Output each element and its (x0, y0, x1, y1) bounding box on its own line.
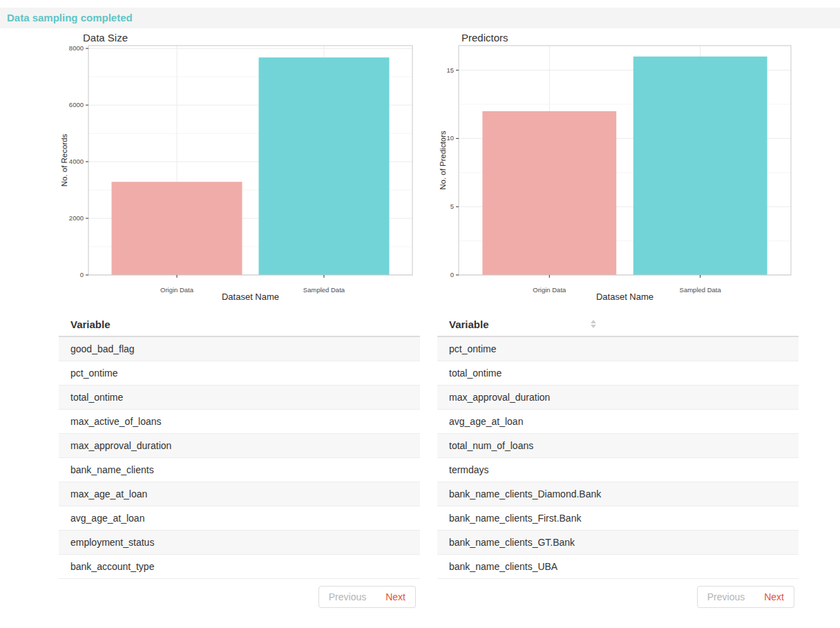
origin-variables-table-body: good_bad_flagpct_ontimetotal_ontimemax_a… (59, 336, 420, 579)
table-row: max_active_of_loans (59, 410, 420, 434)
svg-text:Sampled Data: Sampled Data (303, 286, 345, 294)
previous-button[interactable]: Previous (318, 586, 376, 608)
svg-text:Sampled Data: Sampled Data (680, 286, 722, 294)
table-row: good_bad_flag (59, 336, 420, 361)
svg-text:6000: 6000 (69, 101, 84, 108)
svg-text:Origin Data: Origin Data (533, 286, 566, 294)
next-button[interactable]: Next (376, 586, 416, 608)
variable-cell: pct_ontime (59, 361, 420, 386)
right-column: 051015Origin DataSampled DataPredictorsD… (437, 31, 799, 608)
bar-origin-data (112, 182, 242, 275)
svg-text:2000: 2000 (69, 214, 84, 222)
sampled-table-pagination: PreviousNext (437, 586, 794, 608)
variable-cell: max_approval_duration (437, 386, 799, 410)
variable-cell: bank_name_clients_Diamond.Bank (437, 482, 799, 506)
variable-cell: avg_age_at_loan (437, 410, 799, 434)
table-header-row: Variable (59, 313, 420, 336)
variable-column-header[interactable]: Variable (59, 313, 420, 336)
variable-cell: bank_name_clients_UBA (437, 555, 799, 579)
table-row: max_age_at_loan (59, 482, 420, 506)
sampled-variables-table-body: pct_ontimetotal_ontimemax_approval_durat… (437, 336, 799, 579)
status-message: Data sampling completed (7, 12, 133, 23)
variable-cell: total_ontime (437, 361, 799, 386)
table-row: avg_age_at_loan (59, 506, 420, 531)
variable-cell: bank_name_clients_First.Bank (437, 506, 799, 531)
svg-text:0: 0 (80, 271, 84, 278)
variable-cell: total_num_of_loans (437, 434, 799, 458)
table-row: bank_name_clients_GT.Bank (437, 531, 799, 555)
table-row: max_approval_duration (437, 386, 799, 410)
svg-text:0: 0 (450, 271, 454, 278)
svg-text:Origin Data: Origin Data (160, 286, 194, 294)
table-row: bank_name_clients_First.Bank (437, 506, 799, 531)
svg-text:5: 5 (450, 202, 454, 210)
table-row: total_ontime (59, 386, 420, 410)
svg-text:4000: 4000 (69, 158, 84, 165)
variable-cell: total_ontime (59, 386, 420, 410)
chart-title: Predictors (461, 32, 508, 44)
status-message-bar: Data sampling completed (0, 8, 840, 28)
variable-cell: termdays (437, 458, 799, 482)
svg-text:10: 10 (446, 134, 454, 142)
table-row: avg_age_at_loan (437, 410, 799, 434)
variable-column-label: Variable (70, 318, 111, 330)
data-size-chart: 02000400060008000Origin DataSampled Data… (59, 31, 420, 307)
variable-cell: max_approval_duration (59, 434, 420, 458)
table-row: bank_account_type (59, 555, 420, 579)
variable-cell: pct_ontime (437, 336, 799, 361)
table-row: bank_name_clients (59, 458, 420, 482)
variable-cell: bank_name_clients_GT.Bank (437, 531, 799, 555)
variable-cell: good_bad_flag (59, 336, 420, 361)
svg-text:8000: 8000 (69, 44, 84, 52)
variable-cell: avg_age_at_loan (59, 506, 420, 531)
table-header-row: Variable (437, 313, 799, 336)
table-row: termdays (437, 458, 799, 482)
table-row: bank_name_clients_Diamond.Bank (437, 482, 799, 506)
variable-cell: bank_name_clients (59, 458, 420, 482)
x-axis-label: Dataset Name (596, 292, 653, 302)
y-axis-label: No. of Predictors (439, 131, 447, 190)
left-column: 02000400060008000Origin DataSampled Data… (59, 31, 420, 608)
sampled-variables-table: Variable pct_ontimetotal_ontimemax_appro… (437, 313, 799, 579)
variable-column-header[interactable]: Variable (437, 313, 799, 336)
sort-desc-arrow (591, 325, 596, 328)
sort-both-icon[interactable] (591, 320, 596, 328)
table-row: bank_name_clients_UBA (437, 555, 799, 579)
main-content: 02000400060008000Origin DataSampled Data… (59, 31, 799, 608)
table-row: max_approval_duration (59, 434, 420, 458)
next-button[interactable]: Next (754, 586, 794, 608)
bar-sampled-data (259, 57, 390, 275)
table-row: total_num_of_loans (437, 434, 799, 458)
variable-cell: bank_account_type (59, 555, 420, 579)
x-axis-label: Dataset Name (222, 292, 279, 302)
table-row: pct_ontime (437, 336, 799, 361)
variable-cell: max_age_at_loan (59, 482, 420, 506)
previous-button[interactable]: Previous (697, 586, 755, 608)
predictors-chart: 051015Origin DataSampled DataPredictorsD… (437, 31, 799, 307)
variable-cell: max_active_of_loans (59, 410, 420, 434)
table-row: total_ontime (437, 361, 799, 386)
origin-variables-table: Variable good_bad_flagpct_ontimetotal_on… (59, 313, 420, 579)
svg-text:15: 15 (446, 66, 454, 74)
sort-asc-arrow (591, 320, 596, 323)
table-row: pct_ontime (59, 361, 420, 386)
bar-sampled-data (633, 57, 767, 275)
origin-table-pagination: PreviousNext (59, 586, 416, 608)
variable-cell: employment_status (59, 531, 420, 555)
chart-title: Data Size (83, 32, 128, 44)
table-row: employment_status (59, 531, 420, 555)
y-axis-label: No. of Records (60, 133, 68, 187)
bar-origin-data (482, 111, 616, 275)
variable-column-label: Variable (449, 318, 489, 330)
